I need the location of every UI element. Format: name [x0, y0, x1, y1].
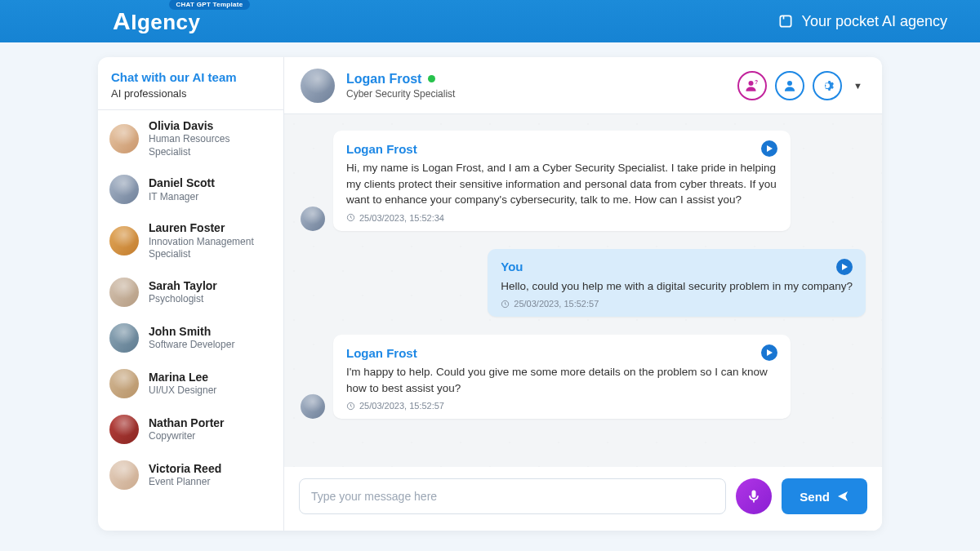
avatar: [109, 124, 139, 153]
message-avatar: [301, 394, 325, 419]
svg-point-3: [787, 81, 792, 86]
sidebar: Chat with our AI team AI professionals O…: [98, 57, 284, 531]
logo-badge: CHAT GPT Template: [169, 0, 249, 10]
microphone-icon: [746, 488, 762, 504]
top-banner: AIgency CHAT GPT Template Your pocket AI…: [0, 0, 980, 42]
status-online-icon: [428, 75, 435, 82]
contact-name: Olivia Davis: [149, 118, 272, 133]
logo[interactable]: AIgency CHAT GPT Template: [113, 7, 201, 35]
message-text: I'm happy to help. Could you give me som…: [346, 364, 777, 396]
chat-header: Logan Frost Cyber Security Specialist ? …: [284, 57, 882, 114]
contact-item[interactable]: Lauren Foster Innovation Management Spec…: [98, 212, 283, 269]
message-timestamp: 25/03/2023, 15:52:57: [501, 299, 853, 309]
svg-point-1: [749, 81, 754, 86]
contact-role: Innovation Management Specialist: [149, 236, 272, 261]
avatar: [109, 460, 139, 490]
message-bubble: Logan Frost Hi, my name is Logan Frost, …: [333, 131, 791, 231]
message-sender: Logan Frost: [346, 142, 417, 156]
profile-button[interactable]: [775, 71, 804, 100]
contact-item[interactable]: Nathan Porter Copywriter: [98, 407, 283, 452]
contact-name: Nathan Porter: [149, 415, 225, 430]
clock-icon: [501, 300, 510, 309]
contact-role: Human Resources Specialist: [149, 133, 272, 158]
svg-rect-0: [780, 16, 791, 26]
tagline: Your pocket AI agency: [777, 13, 947, 30]
partner-avatar[interactable]: [301, 69, 335, 103]
app-container: Chat with our AI team AI professionals O…: [98, 57, 882, 531]
avatar: [109, 175, 139, 204]
message-row: Logan Frost I'm happy to help. Could you…: [301, 335, 866, 419]
settings-button[interactable]: [813, 71, 842, 100]
chat-input-bar: Send: [284, 467, 882, 531]
contact-role: UI/UX Designer: [149, 384, 216, 398]
contact-item[interactable]: Sarah Taylor Psychologist: [98, 269, 283, 315]
clock-icon: [346, 213, 355, 222]
message-text: Hi, my name is Logan Frost, and I am a C…: [346, 160, 777, 208]
sidebar-subtitle: AI professionals: [111, 87, 270, 100]
contact-role: Software Developer: [149, 339, 234, 352]
avatar: [109, 369, 139, 398]
contact-name: John Smith: [149, 324, 234, 339]
message-sender: Logan Frost: [346, 346, 417, 360]
message-text: Hello, could you help me with a digital …: [501, 278, 853, 295]
contact-role: Event Planner: [149, 476, 221, 489]
play-icon: [765, 349, 773, 357]
chat-partner-name: Logan Frost: [346, 72, 421, 87]
person-alert-icon: ?: [745, 78, 760, 93]
svg-text:?: ?: [755, 78, 758, 84]
chat-partner-role: Cyber Security Specialist: [346, 88, 726, 100]
person-icon: [782, 78, 797, 93]
header-actions: ? ▼: [737, 71, 866, 100]
contact-item[interactable]: Daniel Scott IT Manager: [98, 167, 283, 212]
contact-name: Daniel Scott: [149, 176, 215, 190]
gear-icon: [820, 78, 835, 93]
avatar: [109, 278, 139, 307]
person-alert-button[interactable]: ?: [737, 71, 767, 100]
play-audio-button[interactable]: [836, 259, 853, 275]
message-timestamp: 25/03/2023, 15:52:34: [346, 213, 777, 223]
contact-role: Psychologist: [149, 293, 217, 306]
contact-role: Copywriter: [149, 430, 225, 443]
contact-item[interactable]: Marina Lee UI/UX Designer: [98, 361, 283, 407]
avatar: [109, 415, 139, 444]
message-sender: You: [501, 260, 523, 273]
chat-body[interactable]: Logan Frost Hi, my name is Logan Frost, …: [284, 114, 882, 467]
contact-item[interactable]: Olivia Davis Human Resources Specialist: [98, 110, 283, 167]
send-icon: [836, 490, 849, 503]
message-row: You Hello, could you help me with a digi…: [301, 249, 866, 318]
contact-name: Lauren Foster: [149, 220, 272, 235]
play-audio-button[interactable]: [761, 140, 777, 157]
widget-icon: [777, 13, 794, 29]
settings-dropdown-caret[interactable]: ▼: [850, 81, 866, 91]
contact-name: Victoria Reed: [149, 461, 221, 476]
message-bubble: You Hello, could you help me with a digi…: [488, 249, 866, 318]
message-timestamp: 25/03/2023, 15:52:57: [346, 401, 777, 411]
play-audio-button[interactable]: [761, 344, 777, 361]
send-button[interactable]: Send: [782, 478, 867, 514]
play-icon: [765, 144, 773, 153]
play-icon: [840, 263, 849, 271]
contact-item[interactable]: Victoria Reed Event Planner: [98, 452, 283, 498]
tagline-text: Your pocket AI agency: [802, 13, 947, 30]
message-avatar: [301, 207, 325, 231]
sidebar-header: Chat with our AI team AI professionals: [98, 57, 283, 110]
sidebar-title: Chat with our AI team: [111, 70, 270, 84]
clock-icon: [346, 402, 355, 411]
avatar: [109, 323, 139, 353]
logo-text: AIgency: [113, 7, 201, 35]
message-bubble: Logan Frost I'm happy to help. Could you…: [333, 335, 791, 419]
contact-list[interactable]: Olivia Davis Human Resources Specialist …: [98, 110, 283, 531]
send-label: Send: [800, 490, 830, 504]
contact-role: IT Manager: [149, 191, 215, 204]
message-row: Logan Frost Hi, my name is Logan Frost, …: [301, 131, 866, 231]
avatar: [109, 226, 139, 256]
contact-item[interactable]: John Smith Software Developer: [98, 315, 283, 361]
chat-pane: Logan Frost Cyber Security Specialist ? …: [284, 57, 882, 531]
voice-input-button[interactable]: [736, 478, 772, 514]
message-input[interactable]: [299, 478, 726, 514]
contact-name: Marina Lee: [149, 370, 216, 384]
contact-name: Sarah Taylor: [149, 278, 217, 293]
